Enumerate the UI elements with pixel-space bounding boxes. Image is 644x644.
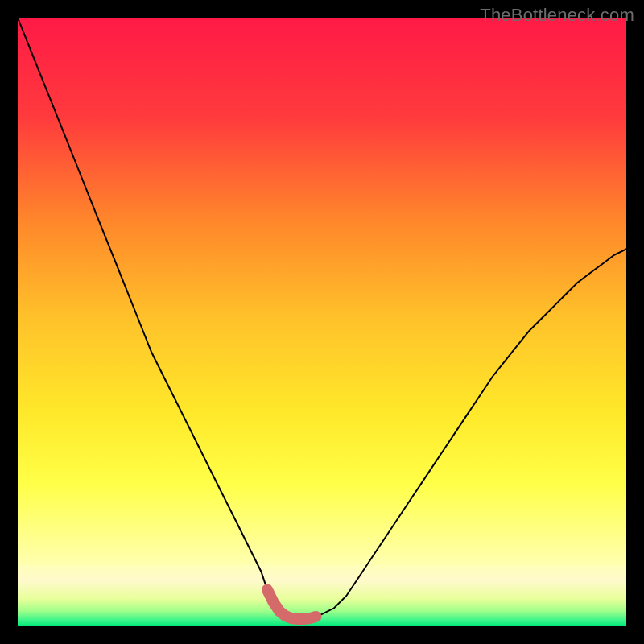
plot-area [18,18,626,626]
bottom-band [18,565,626,626]
watermark-text: TheBottleneck.com [480,5,634,26]
gradient-background [18,18,626,565]
bottleneck-chart-svg [18,18,626,626]
chart-frame: TheBottleneck.com [0,0,644,644]
